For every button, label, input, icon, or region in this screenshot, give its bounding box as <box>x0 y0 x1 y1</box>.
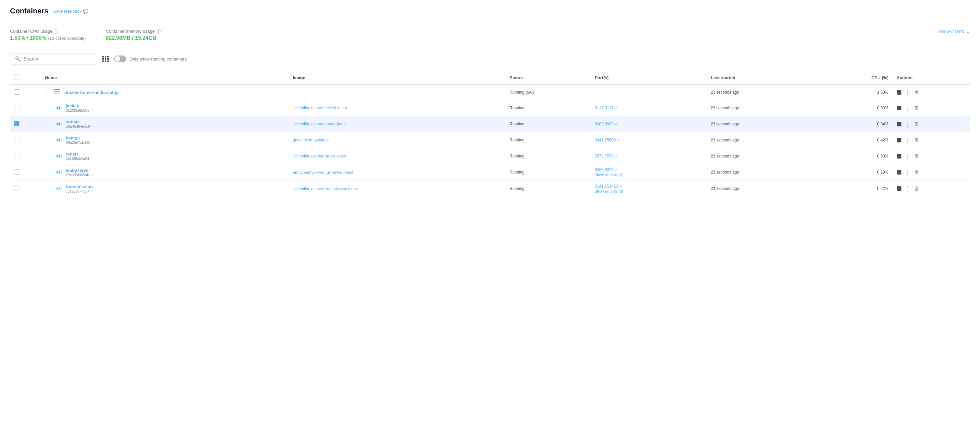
port-link-0[interactable]: 9117:9117 ↗ <box>595 106 703 110</box>
cpu-2: 0.42% <box>830 132 892 148</box>
row-checkbox-2[interactable] <box>14 137 19 142</box>
container-name-0[interactable]: jackett <box>66 103 93 108</box>
port-link-4[interactable]: 8096:8096 ↗ <box>595 167 703 172</box>
group-name-link[interactable]: docker-home-media-setup <box>65 90 119 95</box>
cpu-usage-label: Container CPU usage <box>10 29 52 34</box>
image-link-2[interactable]: gotson/komga:latest <box>293 138 328 142</box>
feedback-label: Give feedback <box>54 9 82 14</box>
container-id-3: 0e108fcb4a24 <box>66 156 89 161</box>
row-checkbox-1[interactable] <box>14 121 19 126</box>
col-header-name: Name <box>41 71 289 84</box>
delete-button-0[interactable]: 🗑 <box>914 105 920 111</box>
svg-rect-16 <box>57 172 58 173</box>
container-icon <box>55 153 62 160</box>
image-link-0[interactable]: lscr.io/linuxserver/jackett:latest <box>293 106 347 110</box>
external-link-icon: ↗ <box>615 106 618 110</box>
external-link-icon: ↗ <box>617 138 620 142</box>
stop-button-4[interactable] <box>897 170 901 175</box>
port-link-3[interactable]: 7878:7878 ↗ <box>595 154 703 159</box>
group-delete-button[interactable]: 🗑 <box>914 89 920 95</box>
grid-view-button[interactable] <box>102 56 109 62</box>
menu-button-5[interactable]: ⋮ <box>904 186 912 192</box>
search-box[interactable]: 🔍 <box>10 53 97 65</box>
group-checkbox[interactable] <box>14 89 19 95</box>
show-charts-button[interactable]: Show charts ⌄ <box>938 29 970 34</box>
delete-button-1[interactable]: 🗑 <box>914 121 920 127</box>
cpu-0: 0.03% <box>830 100 892 116</box>
stop-button-3[interactable] <box>897 154 901 159</box>
image-link-5[interactable]: lscr.io/linuxserver/transmission:latest <box>293 186 358 191</box>
row-checkbox-4[interactable] <box>14 169 19 175</box>
container-name-1[interactable]: sonarr <box>66 119 94 124</box>
stop-button-1[interactable] <box>897 122 901 126</box>
container-icon <box>55 120 62 128</box>
delete-button-3[interactable]: 🗑 <box>914 153 920 159</box>
svg-rect-10 <box>57 139 58 141</box>
last-started-2: 23 seconds ago <box>707 132 830 148</box>
row-checkbox-0[interactable] <box>14 105 19 110</box>
select-all-checkbox[interactable] <box>14 75 19 80</box>
container-name-5[interactable]: transmission <box>66 184 93 189</box>
chevron-down-icon: ⌄ <box>966 29 970 34</box>
delete-button-4[interactable]: 🗑 <box>914 169 920 175</box>
container-name-2[interactable]: komga <box>66 135 94 140</box>
status-4: Running <box>505 164 591 181</box>
delete-button-5[interactable]: 🗑 <box>914 186 920 192</box>
container-id-2: 66a25e7ab295 <box>66 140 90 145</box>
cpu-info-icon[interactable]: i <box>54 29 58 34</box>
stop-button-5[interactable] <box>897 186 901 191</box>
copy-id-icon-2[interactable]: ⎓ <box>92 140 94 145</box>
group-chevron-icon[interactable]: ⌄ <box>45 90 48 95</box>
last-started-1: 23 seconds ago <box>707 116 830 132</box>
container-name-3[interactable]: radarr <box>66 151 93 156</box>
row-checkbox-3[interactable] <box>14 153 19 158</box>
show-all-ports-5[interactable]: Show all ports (3) <box>595 189 703 193</box>
port-link-5[interactable]: 51413:51413 ↗ <box>595 184 703 189</box>
port-link-1[interactable]: 8989:8989 ↗ <box>595 122 703 126</box>
group-last-started: 23 seconds ago <box>707 84 830 100</box>
svg-rect-20 <box>59 188 60 189</box>
show-all-ports-4[interactable]: Show all ports (2) <box>595 173 703 177</box>
memory-info-icon[interactable]: i <box>156 29 161 34</box>
message-icon: 💬 <box>83 9 88 14</box>
last-started-3: 23 seconds ago <box>707 148 830 164</box>
copy-id-icon-0[interactable]: ⎓ <box>91 108 93 112</box>
copy-id-icon-4[interactable]: ⎓ <box>90 173 93 177</box>
container-name-4[interactable]: embyserver <box>66 168 93 173</box>
group-stop-button[interactable] <box>897 90 901 95</box>
delete-button-2[interactable]: 🗑 <box>914 137 920 143</box>
image-link-3[interactable]: lscr.io/linuxserver/radarr:latest <box>293 154 346 159</box>
table-row: radarr 0e108fcb4a24 ⎓ lscr.io/linuxserve… <box>10 148 970 164</box>
image-link-1[interactable]: lscr.io/linuxserver/sonarr:latest <box>293 122 347 126</box>
port-link-2[interactable]: 8341:25600 ↗ <box>595 138 703 142</box>
search-icon: 🔍 <box>15 56 21 62</box>
copy-id-icon-3[interactable]: ⎓ <box>90 156 93 161</box>
menu-button-0[interactable]: ⋮ <box>904 105 912 111</box>
table-row: sonarr 59a4b484e6c6 ⎓ lscr.io/linuxserve… <box>10 116 970 132</box>
search-input[interactable] <box>24 56 92 62</box>
running-only-toggle[interactable] <box>114 56 126 62</box>
copy-id-icon-5[interactable]: ⎓ <box>91 189 93 193</box>
container-icon <box>55 104 62 112</box>
menu-button-2[interactable]: ⋮ <box>904 137 912 143</box>
svg-rect-8 <box>59 123 60 125</box>
copy-id-icon-1[interactable]: ⎓ <box>91 124 94 128</box>
svg-rect-14 <box>59 156 60 157</box>
stop-button-2[interactable] <box>897 138 901 142</box>
svg-rect-0 <box>54 92 60 94</box>
row-checkbox-5[interactable] <box>14 186 19 191</box>
svg-rect-1 <box>54 91 60 92</box>
menu-button-4[interactable]: ⋮ <box>904 169 912 175</box>
status-2: Running <box>505 132 591 148</box>
feedback-link[interactable]: Give feedback 💬 <box>54 9 88 14</box>
show-charts-label: Show charts <box>938 29 964 34</box>
svg-rect-11 <box>59 139 60 141</box>
image-link-4[interactable]: emby/embyserver_arm64v8:latest <box>293 170 353 175</box>
container-id-4: 25c893f9554b <box>66 173 89 177</box>
group-menu-button[interactable]: ⋮ <box>904 89 912 95</box>
menu-button-1[interactable]: ⋮ <box>904 121 912 127</box>
container-id-1: 59a4b484e6c6 <box>66 124 90 128</box>
stop-button-0[interactable] <box>897 106 901 110</box>
cpu-5: 0.22% <box>830 181 892 197</box>
menu-button-3[interactable]: ⋮ <box>904 153 912 159</box>
